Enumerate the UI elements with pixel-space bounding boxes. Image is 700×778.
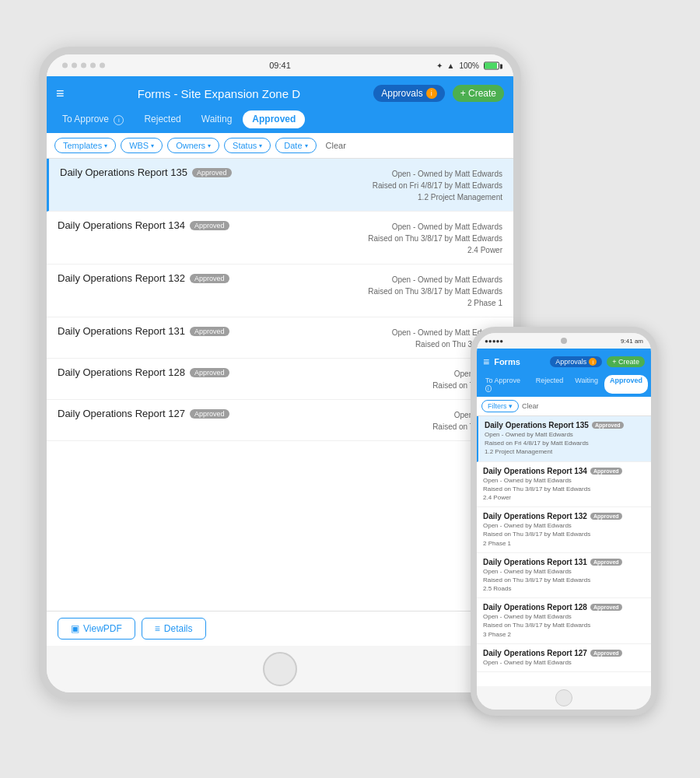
phone-screen: ≡ Forms Approvals i + Create To Approve … [477,349,651,686]
phone-meta-132: Open - Owned by Matt Edwards Raised on T… [483,521,645,548]
tablet-report-list: Daily Operations Report 135 Approved Ope… [47,159,513,611]
phone-filter-label: Filters ▾ [488,402,513,410]
filter-date[interactable]: Date ▾ [275,138,316,153]
dot-1 [62,63,68,68]
filter-wbs[interactable]: WBS ▾ [121,138,163,153]
phone-signal: ●●●●● [485,338,503,345]
list-item[interactable]: Daily Operations Report 128 Approved Ope… [477,598,651,644]
clear-filters-button[interactable]: Clear [321,138,351,152]
filter-date-arrow: ▾ [305,142,308,149]
approved-badge-128: Approved [190,368,229,377]
phone-approvals-badge: i [589,358,597,366]
tablet-app-title: Forms - Site Expansion Zone D [72,87,366,100]
phone-report-list: Daily Operations Report 135 Approved Ope… [477,416,651,686]
phone-badge-128: Approved [590,604,622,611]
report-name-131: Daily Operations Report 131 Approved [58,325,355,337]
battery-percent: 100% [459,61,479,70]
info-icon: i [114,115,124,125]
tab-waiting[interactable]: Waiting [192,110,242,128]
report-main-131: Daily Operations Report 131 Approved [58,325,355,337]
phone-home-button[interactable] [555,689,572,706]
filter-templates-arrow: ▾ [104,142,107,149]
scene: 09:41 ✦ ▲ 100% ≡ Forms - Site Expansion … [0,0,700,778]
tab-rejected[interactable]: Rejected [135,110,190,128]
phone-meta-128: Open - Owned by Matt Edwards Raised on T… [483,612,645,639]
tablet-status-right: ✦ ▲ 100% [436,61,499,70]
phone-create-button[interactable]: + Create [607,356,645,367]
phone-badge-132: Approved [590,513,622,520]
report-meta-134: Open - Owned by Matt Edwards Raised on T… [362,221,502,256]
report-name-128: Daily Operations Report 128 Approved [58,366,355,378]
phone-app-title: Forms [494,357,545,366]
tablet-app-header: ≡ Forms - Site Expansion Zone D Approval… [47,76,513,110]
table-row[interactable]: Daily Operations Report 128 Approved Ope… [47,359,513,400]
phone-status-bar: ●●●●● 9:41 am [477,333,651,349]
phone-create-label: + Create [612,358,639,366]
tablet-action-row: ▣ ViewPDF ≡ Details [47,611,513,646]
phone-meta-131: Open - Owned by Matt Edwards Raised on T… [483,567,645,594]
report-name-132: Daily Operations Report 132 Approved [58,272,355,284]
phone-approvals-button[interactable]: Approvals i [550,356,602,367]
phone-time: 9:41 am [621,338,643,345]
approved-badge-135: Approved [192,168,232,177]
filter-status-arrow: ▾ [259,142,262,149]
table-row[interactable]: Daily Operations Report 134 Approved Ope… [47,212,513,265]
tablet-device: 09:41 ✦ ▲ 100% ≡ Forms - Site Expansion … [39,47,521,700]
filter-owners-arrow: ▾ [208,142,211,149]
phone-report-name-131: Daily Operations Report 131 Approved [483,558,645,566]
bluetooth-icon: ✦ [436,61,443,70]
approved-badge-132: Approved [190,274,229,283]
phone-filter-button[interactable]: Filters ▾ [481,400,519,412]
tablet-screen: ≡ Forms - Site Expansion Zone D Approval… [47,76,513,646]
details-icon: ≡ [155,623,160,634]
list-item[interactable]: Daily Operations Report 127 Approved Ope… [477,644,651,672]
table-row[interactable]: Daily Operations Report 131 Approved Ope… [47,317,513,359]
list-item[interactable]: Daily Operations Report 134 Approved Ope… [477,462,651,508]
tab-approved-label: Approved [252,114,296,124]
tab-to-approve[interactable]: To Approve i [53,110,133,128]
list-item[interactable]: Daily Operations Report 135 Approved Ope… [477,416,651,462]
report-meta-132: Open - Owned by Matt Edwards Raised on T… [362,274,502,309]
filter-templates[interactable]: Templates ▾ [54,138,116,153]
phone-clear-button[interactable]: Clear [522,402,539,410]
create-button[interactable]: + Create [453,85,504,102]
view-pdf-button[interactable]: ▣ ViewPDF [58,618,135,640]
details-button[interactable]: ≡ Details [142,618,206,640]
report-main-127: Daily Operations Report 127 Approved [58,408,355,419]
list-item[interactable]: Daily Operations Report 132 Approved Ope… [477,507,651,553]
phone-tab-to-approve[interactable]: To Approve i [480,375,530,394]
filter-status[interactable]: Status ▾ [224,138,271,153]
phone-tab-waiting[interactable]: Waiting [569,375,604,394]
approvals-badge: i [426,88,437,99]
dot-2 [72,63,77,68]
wifi-icon: ▲ [447,61,455,70]
tablet-time: 09:41 [269,61,291,70]
phone-badge-131: Approved [590,559,622,566]
tab-waiting-label: Waiting [201,114,233,124]
approved-badge-127: Approved [190,409,229,419]
phone-badge-135: Approved [592,422,624,429]
hamburger-icon[interactable]: ≡ [56,86,65,102]
list-item[interactable]: Daily Operations Report 131 Approved Ope… [477,553,651,599]
dot-4 [90,63,96,68]
approved-badge-134: Approved [190,221,229,230]
table-row[interactable]: Daily Operations Report 135 Approved Ope… [47,159,513,212]
table-row[interactable]: Daily Operations Report 132 Approved Ope… [47,265,513,317]
filter-owners[interactable]: Owners ▾ [167,138,219,153]
table-row[interactable]: Daily Operations Report 127 Approved Ope… [47,400,513,441]
approvals-button[interactable]: Approvals i [373,85,444,102]
tab-rejected-label: Rejected [144,114,180,124]
tablet-tab-bar: To Approve i Rejected Waiting Approved [47,110,513,133]
approvals-label: Approvals [381,88,422,99]
tablet-home-button[interactable] [263,652,297,686]
signal-dots [62,63,105,68]
tab-approved[interactable]: Approved [243,110,305,128]
filter-wbs-arrow: ▾ [151,142,154,149]
phone-tab-rejected[interactable]: Rejected [530,375,569,394]
tablet-filter-bar: Templates ▾ WBS ▾ Owners ▾ Status ▾ Date [47,133,513,159]
create-label: + Create [460,88,496,99]
phone-hamburger-icon[interactable]: ≡ [483,356,489,368]
phone-approvals-label: Approvals [555,358,586,366]
filter-status-label: Status [233,141,257,150]
phone-tab-approved[interactable]: Approved [604,375,648,394]
